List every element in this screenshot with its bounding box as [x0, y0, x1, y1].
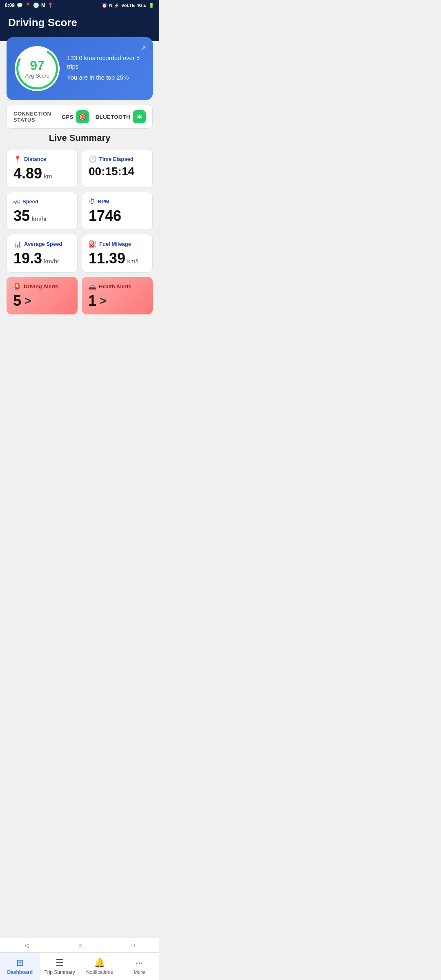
avg-speed-value: 19.3 — [13, 250, 42, 267]
driving-alerts-value-row: 5 > — [13, 293, 71, 309]
rank-text: You are in the top 25% — [67, 73, 145, 82]
bluetooth-status: BLUETOOTH ✱ — [96, 110, 146, 123]
score-info: 133.0 kms recorded over 5 trips You are … — [67, 53, 145, 84]
fuel-label: Fuel Mileage — [99, 241, 131, 247]
circle-icon: ⚪ — [33, 2, 39, 8]
rpm-header: ⏱ RPM — [89, 198, 146, 205]
fuel-card: ⛽ Fuel Mileage 11.39 km/l — [82, 234, 153, 273]
maps-icon: 📍 — [47, 2, 53, 8]
distance-value-row: 4.89 km — [13, 165, 71, 182]
live-summary-title: Live Summary — [0, 133, 159, 143]
score-ring — [12, 43, 63, 94]
gmail-icon: M — [41, 2, 45, 8]
health-alerts-value-row: 1 > — [88, 293, 146, 309]
status-bar: 8:09 💬 📍 ⚪ M 📍 ⏰ N ⚡ VoLTE 4G▲ 🔋 — [0, 0, 159, 11]
fuel-icon: ⛽ — [89, 240, 97, 248]
volte-icon: VoLTE — [121, 3, 135, 8]
bluetooth-status-icon: ⚡ — [114, 3, 120, 8]
distance-header: 📍 Distance — [13, 155, 71, 163]
speed-value: 35 — [13, 207, 30, 224]
driving-alerts-label: Driving Alerts — [24, 283, 58, 290]
gps-status: GPS 🎯 — [62, 110, 89, 123]
score-card[interactable]: ↗ 97 Avg Score 133.0 kms recorded over 5… — [7, 37, 153, 100]
status-left: 8:09 💬 📍 ⚪ M 📍 — [5, 2, 53, 8]
distance-unit: km — [44, 173, 52, 180]
distance-label: Distance — [24, 156, 46, 162]
driving-alerts-value: 5 — [13, 293, 21, 309]
bluetooth-label: BLUETOOTH — [96, 114, 130, 120]
driving-alerts-header: 🚨 Driving Alerts — [13, 283, 71, 290]
driving-alert-icon: 🚨 — [13, 283, 21, 290]
health-alert-icon: 🚗 — [88, 283, 96, 290]
health-alerts-card[interactable]: 🚗 Health Alerts 1 > — [82, 277, 153, 315]
fuel-header: ⛽ Fuel Mileage — [89, 240, 146, 248]
speed-unit: km/hr — [32, 215, 47, 222]
rpm-value: 1746 — [89, 207, 121, 224]
driving-alerts-arrow: > — [24, 294, 31, 307]
time-header: 🕐 Time Elapsed — [89, 155, 146, 163]
fuel-value: 11.39 — [89, 250, 125, 267]
nfc-icon: N — [109, 3, 112, 8]
distance-icon: 📍 — [13, 155, 22, 163]
rpm-card: ⏱ RPM 1746 — [82, 192, 153, 230]
health-alerts-value: 1 — [88, 293, 96, 309]
health-alerts-label: Health Alerts — [99, 283, 131, 290]
distance-card: 📍 Distance 4.89 km — [7, 149, 78, 188]
kms-text: 133.0 kms recorded over 5 trips — [67, 53, 145, 71]
time-value-row: 00:15:14 — [89, 165, 146, 178]
avg-speed-header: 📊 Average Speed — [13, 240, 71, 248]
location-icon: 📍 — [25, 2, 31, 8]
time-elapsed-card: 🕐 Time Elapsed 00:15:14 — [82, 149, 153, 188]
bluetooth-icon[interactable]: ✱ — [133, 110, 146, 123]
distance-value: 4.89 — [13, 165, 42, 182]
speed-header: 🏎 Speed — [13, 198, 71, 205]
rpm-icon: ⏱ — [89, 198, 95, 205]
speed-value-row: 35 km/hr — [13, 208, 71, 224]
speed-icon: 🏎 — [13, 198, 20, 205]
health-alerts-arrow: > — [100, 294, 106, 307]
fuel-value-row: 11.39 km/l — [89, 250, 146, 267]
expand-icon: ↗ — [140, 44, 146, 53]
gps-icon[interactable]: 🎯 — [76, 110, 89, 123]
avg-speed-icon: 📊 — [13, 240, 22, 248]
signal-icon: 4G▲ — [136, 3, 147, 8]
alarm-icon: ⏰ — [102, 3, 107, 8]
rpm-value-row: 1746 — [89, 208, 146, 224]
score-circle: 97 Avg Score — [15, 46, 60, 91]
driving-alerts-card[interactable]: 🚨 Driving Alerts 5 > — [7, 277, 78, 315]
avg-speed-value-row: 19.3 km/hr — [13, 250, 71, 267]
connection-status-bar: CONNECTION STATUS GPS 🎯 BLUETOOTH ✱ — [7, 105, 153, 129]
connection-status-label: CONNECTION STATUS — [13, 111, 55, 123]
time-display: 8:09 — [5, 2, 15, 8]
page-title: Driving Score — [8, 16, 151, 29]
avg-speed-label: Average Speed — [24, 241, 62, 247]
battery-icon: 🔋 — [149, 3, 154, 8]
speed-card: 🏎 Speed 35 km/hr — [7, 192, 78, 230]
rpm-label: RPM — [98, 198, 109, 205]
avg-speed-card: 📊 Average Speed 19.3 km/hr — [7, 234, 78, 273]
time-label: Time Elapsed — [99, 156, 134, 162]
time-value: 00:15:14 — [89, 165, 134, 178]
metric-grid: 📍 Distance 4.89 km 🕐 Time Elapsed 00:15:… — [0, 149, 159, 318]
gps-label: GPS — [62, 114, 74, 120]
status-right: ⏰ N ⚡ VoLTE 4G▲ 🔋 — [102, 3, 154, 8]
health-alerts-header: 🚗 Health Alerts — [88, 283, 146, 290]
avg-speed-unit: km/hr — [44, 258, 60, 265]
whatsapp-icon: 💬 — [17, 2, 23, 8]
speed-label: Speed — [22, 198, 38, 205]
header: Driving Score — [0, 11, 159, 41]
fuel-unit: km/l — [127, 258, 139, 265]
time-icon: 🕐 — [89, 155, 97, 163]
